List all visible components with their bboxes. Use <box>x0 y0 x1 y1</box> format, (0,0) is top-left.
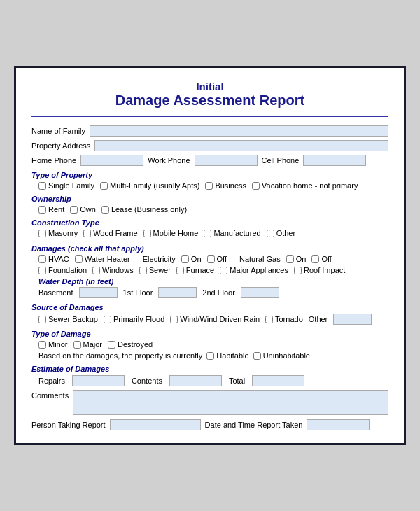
wood-frame-label: Wood Frame <box>93 229 137 237</box>
multi-family-checkbox[interactable] <box>100 182 108 190</box>
habitable-checkbox[interactable] <box>206 352 214 360</box>
person-taking-report-label: Person Taking Report <box>31 421 106 429</box>
type-of-damage-options: Minor Major Destroyed <box>38 340 388 349</box>
estimate-of-damages-title: Estimate of Damages <box>31 365 388 373</box>
mobile-home-item: Mobile Home <box>144 229 199 237</box>
vacation-home-checkbox[interactable] <box>252 182 260 190</box>
wind-rain-label: Wind/Wind Driven Rain <box>180 315 260 323</box>
total-input[interactable] <box>252 375 304 386</box>
furnace-item: Furnace <box>176 266 214 274</box>
destroyed-checkbox[interactable] <box>108 341 115 349</box>
roof-impact-label: Roof Impact <box>304 266 345 274</box>
home-phone-input[interactable] <box>80 155 144 166</box>
report-subtitle: Initial <box>31 80 388 92</box>
property-address-row: Property Address <box>31 140 388 151</box>
basement-input[interactable] <box>79 287 118 298</box>
type-of-damage-title: Type of Damage <box>31 330 388 338</box>
gas-off-checkbox[interactable] <box>312 255 319 263</box>
single-family-item: Single Family <box>38 181 94 190</box>
elec-off-checkbox[interactable] <box>207 255 215 263</box>
floor2-input[interactable] <box>241 287 279 298</box>
windows-checkbox[interactable] <box>92 267 100 274</box>
single-family-checkbox[interactable] <box>38 182 46 190</box>
habitable-label: Habitable <box>216 351 248 360</box>
elec-on-label: On <box>191 255 202 263</box>
sewer-backup-item: Sewer Backup <box>38 315 98 323</box>
major-appliances-label: Major Appliances <box>230 266 288 274</box>
repairs-input[interactable] <box>72 375 125 386</box>
foundation-checkbox[interactable] <box>38 267 46 274</box>
own-checkbox[interactable] <box>70 206 78 214</box>
sewer-item: Sewer <box>139 266 171 274</box>
name-of-family-input[interactable] <box>90 125 388 136</box>
contents-label: Contents <box>132 377 162 385</box>
title-section: Initial Damage Assessment Report <box>31 80 388 108</box>
major-checkbox[interactable] <box>74 341 81 349</box>
windows-item: Windows <box>92 266 134 274</box>
gas-on-checkbox[interactable] <box>286 255 294 263</box>
rent-item: Rent <box>38 205 64 214</box>
furnace-checkbox[interactable] <box>176 267 184 274</box>
masonry-checkbox[interactable] <box>38 230 46 237</box>
primarily-flood-checkbox[interactable] <box>104 316 111 323</box>
currently-label: Based on the damages, the property is cu… <box>38 351 202 360</box>
other-construction-checkbox[interactable] <box>267 230 274 237</box>
tornado-item: Tornado <box>265 315 303 323</box>
property-address-input[interactable] <box>94 140 388 151</box>
cell-phone-input[interactable] <box>303 155 366 166</box>
comments-input[interactable] <box>73 390 388 415</box>
masonry-item: Masonry <box>38 229 78 237</box>
elec-on-checkbox[interactable] <box>181 255 189 263</box>
hvac-checkbox[interactable] <box>38 255 46 263</box>
elec-off-label: Off <box>217 255 227 263</box>
tornado-label: Tornado <box>275 315 303 323</box>
ownership-title: Ownership <box>31 195 388 203</box>
furnace-label: Furnace <box>186 266 214 274</box>
wood-frame-checkbox[interactable] <box>83 230 91 237</box>
major-label: Major <box>83 340 103 349</box>
lease-checkbox[interactable] <box>102 206 109 214</box>
wind-rain-checkbox[interactable] <box>170 316 178 323</box>
primarily-flood-label: Primarily Flood <box>113 315 164 323</box>
uninhabitable-checkbox[interactable] <box>253 352 261 360</box>
water-heater-checkbox[interactable] <box>75 255 83 263</box>
floor2-label: 2nd Floor <box>202 288 234 297</box>
manufactured-item: Manufactured <box>204 229 260 237</box>
other-source-input[interactable] <box>333 314 372 325</box>
home-phone-label: Home Phone <box>31 156 76 164</box>
mobile-home-label: Mobile Home <box>153 229 199 237</box>
work-phone-input[interactable] <box>195 155 258 166</box>
mobile-home-checkbox[interactable] <box>144 230 151 237</box>
person-taking-report-input[interactable] <box>110 419 201 430</box>
sewer-backup-checkbox[interactable] <box>38 316 46 323</box>
date-time-input[interactable] <box>307 419 370 430</box>
rent-checkbox[interactable] <box>38 206 46 214</box>
roof-impact-checkbox[interactable] <box>294 267 302 274</box>
sewer-label: Sewer <box>149 266 171 274</box>
masonry-label: Masonry <box>48 229 78 237</box>
destroyed-item: Destroyed <box>108 340 153 349</box>
tornado-checkbox[interactable] <box>265 316 273 323</box>
manufactured-checkbox[interactable] <box>204 230 211 237</box>
contents-input[interactable] <box>169 375 222 386</box>
property-address-label: Property Address <box>31 141 90 150</box>
water-depth-row: Basement 1st Floor 2nd Floor <box>38 287 388 298</box>
other-source-label: Other <box>309 315 328 323</box>
title-divider <box>31 115 388 117</box>
wood-frame-item: Wood Frame <box>83 229 137 237</box>
sewer-checkbox[interactable] <box>139 267 147 274</box>
major-item: Major <box>74 340 103 349</box>
lease-item: Lease (Business only) <box>102 205 187 214</box>
manufactured-label: Manufactured <box>214 229 260 237</box>
sewer-backup-label: Sewer Backup <box>48 315 98 323</box>
floor1-label: 1st Floor <box>123 288 153 297</box>
floor1-input[interactable] <box>158 287 197 298</box>
date-time-label: Date and Time Report Taken <box>205 421 303 429</box>
minor-checkbox[interactable] <box>38 341 46 349</box>
major-appliances-checkbox[interactable] <box>220 267 227 274</box>
uninhabitable-item: Uninhabitable <box>253 351 310 360</box>
type-of-property-title: Type of Property <box>31 171 388 179</box>
business-checkbox[interactable] <box>205 182 213 190</box>
currently-row: Based on the damages, the property is cu… <box>38 351 388 360</box>
elec-off-item: Off <box>207 255 227 263</box>
